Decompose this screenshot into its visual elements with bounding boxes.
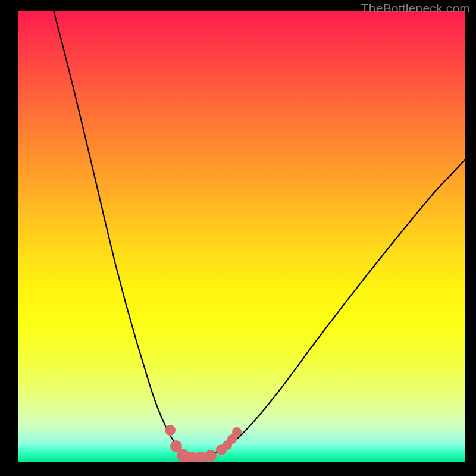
svg-point-5: [205, 450, 217, 462]
svg-point-0: [165, 425, 176, 436]
highlight-dots: [165, 425, 242, 462]
watermark-text: TheBottleneck.com: [361, 1, 470, 15]
curve-path: [54, 11, 465, 459]
chart-plot-area: [18, 11, 465, 462]
bottleneck-curve: [18, 11, 465, 462]
svg-point-9: [232, 427, 242, 437]
